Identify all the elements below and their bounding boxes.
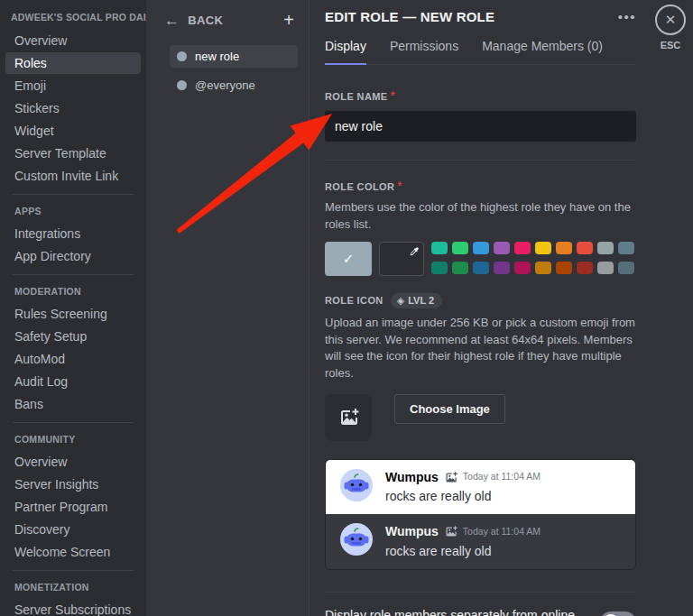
role-item-new-role[interactable]: new role	[170, 45, 298, 68]
preview-timestamp: Today at 11:04 AM	[463, 526, 541, 538]
palette-color[interactable]	[494, 242, 510, 254]
editor-tabs: Display Permissions Manage Members (0)	[325, 39, 636, 65]
server-name-header: ADWEEK'S SOCIAL PRO DAILY	[5, 7, 141, 29]
roles-list: new role @everyone	[146, 45, 309, 97]
sidebar-item-welcome-screen[interactable]: Welcome Screen	[5, 541, 141, 563]
palette-color[interactable]	[473, 242, 489, 254]
message-preview-light: Wumpus Today at 11:04 AM rocks are reall	[326, 460, 635, 514]
wumpus-avatar	[340, 523, 373, 556]
tab-permissions[interactable]: Permissions	[390, 39, 458, 65]
sidebar-item-server-insights[interactable]: Server Insights	[5, 473, 141, 495]
sidebar-divider	[13, 274, 134, 275]
sidebar-item-stickers[interactable]: Stickers	[5, 97, 141, 119]
default-color-swatch[interactable]: ✓	[325, 242, 372, 276]
sidebar-section-monetization: MONETIZATION	[5, 578, 141, 598]
section-divider	[325, 592, 636, 593]
sidebar-divider	[13, 570, 134, 571]
roles-list-panel: ← BACK + new role @everyone	[146, 0, 309, 616]
role-color-dot	[177, 80, 187, 90]
back-button[interactable]: ← BACK	[164, 13, 223, 28]
required-asterisk: *	[397, 179, 402, 193]
sidebar-item-rules-screening[interactable]: Rules Screening	[5, 303, 141, 325]
palette-color[interactable]	[514, 262, 531, 274]
palette-color[interactable]	[535, 262, 551, 274]
palette-color[interactable]	[618, 242, 634, 254]
sidebar-item-app-directory[interactable]: App Directory	[5, 245, 141, 267]
boost-level-text: LVL 2	[408, 295, 434, 306]
image-add-icon	[337, 407, 359, 428]
required-asterisk: *	[391, 88, 395, 103]
tab-display[interactable]: Display	[325, 39, 366, 65]
server-settings-window: ADWEEK'S SOCIAL PRO DAILY Overview Roles…	[0, 0, 693, 616]
palette-color[interactable]	[556, 242, 572, 254]
role-color-description: Members use the color of the highest rol…	[325, 199, 636, 234]
edit-role-panel: ✕ ESC EDIT ROLE — NEW ROLE ••• Display P…	[309, 0, 693, 616]
role-icon-upload-box[interactable]	[325, 394, 372, 441]
role-color-dot	[177, 51, 187, 61]
sidebar-item-server-subscriptions[interactable]: Server Subscriptions	[5, 599, 141, 616]
sidebar-item-server-template[interactable]: Server Template	[5, 143, 141, 164]
message-preview-dark: Wumpus Today at 11:04 AM rocks are reall	[326, 514, 635, 568]
sidebar-section-moderation: MODERATION	[5, 282, 141, 302]
palette-color[interactable]	[618, 262, 634, 274]
role-icon-placeholder-icon	[444, 471, 457, 484]
sidebar-item-audit-log[interactable]: Audit Log	[5, 371, 141, 392]
eyedropper-icon	[409, 246, 420, 257]
close-button[interactable]: ✕	[655, 5, 686, 35]
role-icon-label: ROLE ICON	[325, 295, 383, 306]
esc-label: ESC	[652, 40, 688, 51]
sidebar-section-community: COMMUNITY	[5, 430, 141, 450]
sidebar-item-community-overview[interactable]: Overview	[5, 451, 141, 473]
tab-manage-members[interactable]: Manage Members (0)	[482, 39, 603, 65]
preview-message: rocks are really old	[385, 488, 541, 504]
palette-color[interactable]	[431, 242, 448, 254]
sidebar-item-custom-invite-link[interactable]: Custom Invite Link	[5, 165, 141, 187]
role-color-picker: ✓	[325, 242, 636, 276]
preview-message: rocks are really old	[385, 543, 541, 559]
more-options-icon[interactable]: •••	[618, 10, 636, 23]
sidebar-item-overview[interactable]: Overview	[5, 30, 141, 51]
toggle-label-hoist: Display role members separately from onl…	[325, 608, 600, 616]
sidebar-item-partner-program[interactable]: Partner Program	[5, 496, 141, 518]
page-title: EDIT ROLE — NEW ROLE	[325, 9, 494, 24]
sidebar-item-integrations[interactable]: Integrations	[5, 223, 141, 244]
sidebar-divider	[13, 194, 134, 195]
palette-color[interactable]	[577, 262, 593, 274]
section-divider	[325, 160, 636, 161]
sidebar-item-emoji[interactable]: Emoji	[5, 75, 141, 97]
palette-color[interactable]	[597, 242, 614, 254]
back-arrow-icon: ←	[164, 13, 180, 28]
choose-image-button[interactable]: Choose Image	[394, 394, 505, 424]
close-icon: ✕	[665, 12, 677, 28]
sidebar-item-automod[interactable]: AutoMod	[5, 348, 141, 370]
palette-color[interactable]	[514, 242, 531, 254]
custom-color-swatch[interactable]	[379, 242, 424, 276]
hoist-toggle[interactable]: ✕	[600, 611, 636, 616]
boost-gem-icon: ◈	[397, 295, 404, 307]
palette-color[interactable]	[473, 262, 489, 274]
palette-color[interactable]	[494, 262, 510, 274]
role-item-everyone[interactable]: @everyone	[170, 74, 298, 97]
sidebar-item-safety-setup[interactable]: Safety Setup	[5, 326, 141, 347]
role-color-label: ROLE COLOR	[325, 181, 394, 192]
check-icon: ✓	[343, 251, 355, 267]
sidebar-item-roles[interactable]: Roles	[5, 52, 141, 74]
sidebar-section-apps: APPS	[5, 202, 141, 222]
role-name-input[interactable]	[325, 111, 636, 142]
sidebar-item-bans[interactable]: Bans	[5, 393, 141, 415]
palette-color[interactable]	[452, 262, 468, 274]
role-preview-card: Wumpus Today at 11:04 AM rocks are reall	[325, 459, 636, 570]
palette-color[interactable]	[577, 242, 593, 254]
palette-color[interactable]	[535, 242, 551, 254]
palette-color[interactable]	[431, 262, 448, 274]
preview-username: Wumpus	[385, 523, 439, 539]
palette-color[interactable]	[597, 262, 614, 274]
role-item-label: new role	[195, 50, 239, 63]
sidebar-item-widget[interactable]: Widget	[5, 120, 141, 142]
palette-color[interactable]	[556, 262, 572, 274]
palette-color[interactable]	[452, 242, 468, 254]
preview-username: Wumpus	[385, 469, 439, 485]
add-role-icon[interactable]: +	[282, 11, 296, 29]
sidebar-divider	[13, 422, 134, 423]
sidebar-item-discovery[interactable]: Discovery	[5, 519, 141, 540]
